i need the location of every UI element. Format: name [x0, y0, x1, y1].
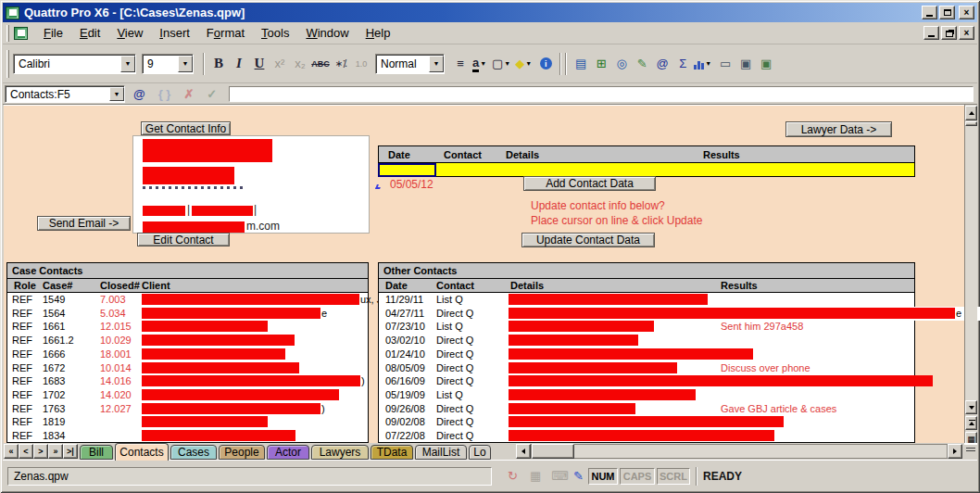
other-contact-row[interactable]: 09/02/08Direct Q: [379, 415, 914, 429]
horizontal-scrollbar[interactable]: [531, 444, 948, 459]
insert-function-icon[interactable]: @: [652, 54, 672, 74]
menu-item-format[interactable]: Format: [198, 24, 253, 42]
other-contact-row[interactable]: 03/02/10Direct Q: [379, 334, 914, 348]
style-dropdown-icon[interactable]: ▼: [429, 56, 444, 72]
font-name-combo[interactable]: Calibri ▼: [13, 54, 136, 74]
tab-end-button[interactable]: >|: [63, 444, 78, 459]
at-function-icon[interactable]: @: [133, 87, 145, 101]
case-contact-row[interactable]: REF15645.034e: [7, 307, 368, 321]
text-color-icon-dropdown[interactable]: ▼: [480, 60, 486, 67]
sheet-tab-cases[interactable]: Cases: [170, 445, 217, 460]
case-contact-row[interactable]: REF1819: [7, 415, 368, 429]
child-restore-button[interactable]: [941, 26, 957, 40]
other-contact-row[interactable]: 06/16/09Direct Q: [379, 374, 914, 388]
font-size-dropdown-icon[interactable]: ▼: [178, 56, 193, 72]
child-close-button[interactable]: ×: [959, 26, 974, 40]
case-contact-row[interactable]: REF167210.014: [7, 361, 368, 375]
case-contact-row[interactable]: REF176312.027): [7, 402, 368, 416]
tab-first-button[interactable]: «: [4, 444, 19, 459]
sheet-tab-bill[interactable]: Bill: [80, 445, 113, 460]
tab-scroll-left-button[interactable]: [516, 444, 531, 459]
case-contact-row[interactable]: REF166618.001: [7, 348, 368, 361]
other-contact-row[interactable]: 07/22/08Direct Q: [379, 429, 914, 443]
notebook-icon[interactable]: ▤: [571, 54, 591, 74]
child-minimize-button[interactable]: [923, 26, 939, 40]
underline-icon[interactable]: U: [249, 54, 270, 74]
send-email-button[interactable]: Send Email ->: [37, 216, 131, 231]
sheet-tab-tdata[interactable]: TData: [371, 445, 413, 460]
case-contact-row[interactable]: REF170214.020: [7, 388, 368, 402]
tab-prev-button[interactable]: <: [19, 444, 33, 459]
other-contact-row[interactable]: 07/23/10List QSent him 297a458: [379, 320, 914, 334]
sheet-tab-lo[interactable]: Lo: [469, 445, 491, 460]
other-contact-row[interactable]: 05/19/09List Q: [379, 388, 914, 402]
chart-icon-dropdown[interactable]: ▼: [705, 60, 711, 67]
textbox-icon[interactable]: ▭: [715, 54, 735, 74]
other-contact-row[interactable]: 04/27/11Direct Qe: [379, 307, 914, 321]
menu-item-tools[interactable]: Tools: [253, 24, 297, 42]
page-top-button[interactable]: [965, 416, 977, 430]
other-contact-row[interactable]: 09/26/08Direct QGave GBJ article & cases: [379, 402, 914, 416]
menu-item-edit[interactable]: Edit: [71, 24, 108, 42]
scroll-right-button[interactable]: [948, 444, 962, 459]
zoom-step-icon[interactable]: ◎: [611, 54, 632, 74]
text-color-icon[interactable]: a▼: [471, 54, 491, 74]
comment-go-icon[interactable]: ▣: [756, 54, 776, 74]
entry-row[interactable]: [378, 163, 915, 177]
update-contact-data-button[interactable]: Update Contact Data: [521, 233, 655, 247]
sheet-tab-maillist[interactable]: MailList: [415, 445, 467, 460]
strikethrough-icon[interactable]: ABC: [310, 54, 331, 74]
menu-item-file[interactable]: File: [35, 24, 71, 42]
cell-reference-dropdown-icon[interactable]: ▼: [109, 87, 124, 101]
fill-color-icon[interactable]: ◆▼: [514, 54, 535, 74]
comment-icon[interactable]: ▣: [735, 54, 756, 74]
quickbrush-icon[interactable]: ✎: [632, 54, 652, 74]
quicksum-icon[interactable]: Σ: [672, 54, 693, 74]
italic-icon[interactable]: I: [229, 54, 249, 74]
font-size-combo[interactable]: 9 ▼: [142, 54, 194, 74]
tab-last-button[interactable]: »: [48, 444, 63, 459]
scroll-down-button[interactable]: [965, 400, 977, 414]
insert-symbol-icon[interactable]: ∗⁒: [331, 54, 351, 74]
cell-reference-combo[interactable]: Contacts:F5 ▼: [5, 85, 125, 103]
menu-item-insert[interactable]: Insert: [151, 24, 198, 42]
quickfit-icon[interactable]: 1.0: [351, 54, 371, 74]
speedformat-icon[interactable]: i: [535, 54, 556, 74]
vertical-split-handle[interactable]: [965, 121, 977, 126]
edit-contact-button[interactable]: Edit Contact: [137, 233, 230, 246]
maximize-button[interactable]: [939, 6, 955, 19]
case-contact-row[interactable]: REF15497.003ux, J: [7, 293, 368, 307]
chart-icon[interactable]: ▼: [693, 54, 715, 74]
tab-next-button[interactable]: >: [33, 444, 48, 459]
case-contact-row[interactable]: REF1661.210.029: [7, 334, 368, 348]
style-combo[interactable]: Normal ▼: [375, 54, 445, 74]
menu-item-help[interactable]: Help: [358, 24, 399, 42]
font-name-dropdown-icon[interactable]: ▼: [120, 56, 135, 72]
sheet-tab-people[interactable]: People: [219, 445, 265, 460]
selected-cell[interactable]: [378, 163, 436, 177]
pane-splitter[interactable]: [964, 443, 977, 460]
add-contact-data-button[interactable]: Add Contact Data: [523, 176, 656, 191]
other-contact-row[interactable]: 08/05/09Direct QDiscuss over phone: [379, 361, 914, 375]
sheet-tab-contacts[interactable]: Contacts: [115, 443, 169, 461]
confirm-entry-icon[interactable]: ✓: [207, 87, 217, 101]
menu-item-view[interactable]: View: [108, 24, 151, 42]
superscript-icon[interactable]: x²: [270, 54, 290, 74]
case-contact-row[interactable]: REF166112.015: [7, 320, 368, 334]
close-button[interactable]: ×: [959, 6, 974, 19]
crosstab-icon[interactable]: ⊞: [591, 54, 611, 74]
get-contact-info-button[interactable]: Get Contact Info: [141, 121, 231, 135]
lawyer-data-button[interactable]: Lawyer Data ->: [785, 121, 892, 137]
horizontal-scroll-thumb[interactable]: [532, 444, 574, 459]
fill-color-icon-dropdown[interactable]: ▼: [525, 60, 532, 67]
border-icon[interactable]: ▢▼: [491, 54, 514, 74]
formula-input[interactable]: [229, 86, 974, 102]
braces-icon[interactable]: { }: [158, 87, 171, 101]
sheet-tab-lawyers[interactable]: Lawyers: [311, 445, 369, 460]
scroll-up-button[interactable]: [965, 106, 977, 120]
case-contact-row[interactable]: REF1834: [7, 429, 368, 443]
subscript-icon[interactable]: x₂: [290, 54, 310, 74]
align-icon[interactable]: ≡: [450, 54, 471, 74]
cancel-entry-icon[interactable]: ✗: [183, 87, 194, 101]
other-contact-row[interactable]: 11/29/11List Q: [379, 293, 914, 307]
